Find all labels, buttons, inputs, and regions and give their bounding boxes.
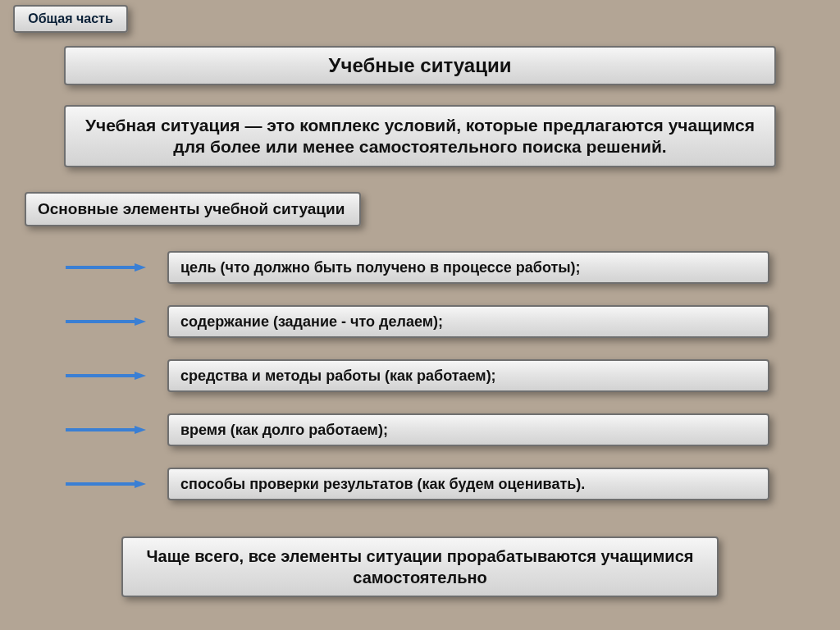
element-row: время (как долго работаем); bbox=[64, 413, 769, 446]
element-row: способы проверки результатов (как будем … bbox=[64, 468, 769, 500]
definition-panel: Учебная ситуация — это комплекс условий,… bbox=[64, 105, 776, 167]
arrow-icon bbox=[64, 480, 146, 488]
definition-text: Учебная ситуация — это комплекс условий,… bbox=[77, 115, 763, 158]
svg-marker-9 bbox=[135, 480, 146, 488]
arrow-icon bbox=[64, 372, 146, 380]
slide-title: Учебные ситуации bbox=[64, 46, 776, 85]
element-item: средства и методы работы (как работаем); bbox=[167, 359, 769, 392]
element-row: содержание (задание - что делаем); bbox=[64, 305, 769, 338]
arrow-icon bbox=[64, 317, 146, 326]
svg-marker-5 bbox=[135, 372, 146, 380]
element-item-text: содержание (задание - что делаем); bbox=[180, 313, 443, 331]
svg-marker-1 bbox=[135, 263, 146, 272]
element-row: средства и методы работы (как работаем); bbox=[64, 359, 769, 392]
element-item: содержание (задание - что делаем); bbox=[167, 305, 769, 338]
element-row: цель (что должно быть получено в процесс… bbox=[64, 251, 769, 284]
element-item-text: время (как долго работаем); bbox=[180, 422, 388, 439]
element-item: способы проверки результатов (как будем … bbox=[167, 468, 769, 500]
element-item-text: способы проверки результатов (как будем … bbox=[180, 476, 585, 493]
element-item: время (как долго работаем); bbox=[167, 413, 769, 446]
element-item-text: средства и методы работы (как работаем); bbox=[180, 368, 496, 385]
sub-heading-panel: Основные элементы учебной ситуации bbox=[25, 192, 361, 226]
arrow-icon bbox=[64, 426, 146, 434]
element-item: цель (что должно быть получено в процесс… bbox=[167, 251, 769, 284]
svg-marker-3 bbox=[135, 317, 146, 326]
section-badge: Общая часть bbox=[13, 5, 128, 33]
section-badge-text: Общая часть bbox=[28, 11, 112, 26]
sub-heading-text: Основные элементы учебной ситуации bbox=[38, 200, 345, 218]
arrow-icon bbox=[64, 263, 146, 272]
slide-title-text: Учебные ситуации bbox=[329, 54, 512, 77]
footer-panel: Чаще всего, все элементы ситуации прораб… bbox=[121, 536, 719, 597]
footer-text: Чаще всего, все элементы ситуации прораб… bbox=[135, 546, 705, 588]
element-item-text: цель (что должно быть получено в процесс… bbox=[180, 259, 581, 276]
svg-marker-7 bbox=[135, 426, 146, 434]
